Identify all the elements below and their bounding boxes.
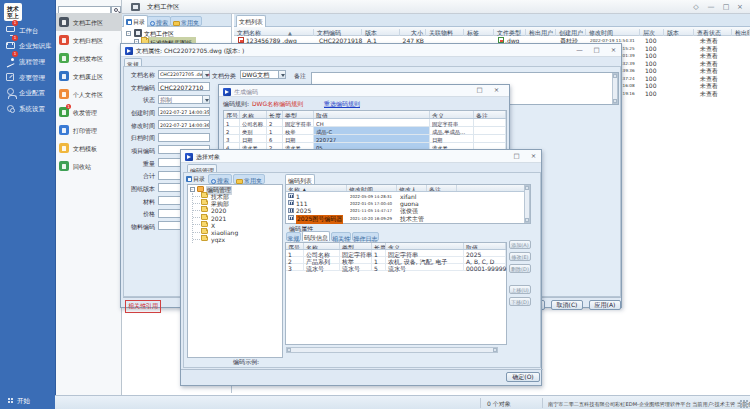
- reselect-rule-link[interactable]: 重选编码规则: [324, 100, 360, 109]
- code-list-row[interactable]: 2025图号编码器2021-10-20 16:09:29技术主管: [286, 214, 524, 221]
- field-4[interactable]: 2022-07-27 14:00:35: [158, 107, 210, 116]
- nav-item-1[interactable]: 文档工作区: [56, 13, 122, 31]
- nav-item-5[interactable]: 个人文件区: [56, 85, 122, 103]
- select-maximize-button[interactable]: □: [511, 152, 522, 161]
- doclist-column-header[interactable]: 版本: [362, 29, 400, 36]
- note-scrollbar[interactable]: [612, 73, 618, 104]
- code-list-row[interactable]: 12022-05-09 14:28:31xifanl: [286, 192, 524, 199]
- nav-item-icon: [59, 89, 69, 99]
- segment-row[interactable]: 3流水号流水号5流水号00001-99999: [286, 264, 506, 271]
- props-minimize-button[interactable]: —: [574, 46, 585, 55]
- tab-favorites[interactable]: 常用夹: [170, 16, 202, 26]
- minimize-button[interactable]: —: [705, 3, 717, 12]
- tree-branch-line: [193, 203, 200, 204]
- code-list-row[interactable]: 1112022-01-05 17:00:40guona: [286, 199, 524, 206]
- nav-item-7[interactable]: 打印管理: [56, 121, 122, 139]
- sidebar-item-2[interactable]: 企业知识库1: [0, 38, 56, 53]
- gencode-row[interactable]: 2类别1枚举成品-C成品,半成品...: [224, 127, 506, 135]
- pin-icon[interactable]: ◇: [690, 3, 702, 12]
- side-button-5[interactable]: 下移(D): [509, 297, 531, 306]
- doc-class-field[interactable]: DWG文档: [240, 70, 286, 79]
- gencode-maximize-button[interactable]: □: [474, 86, 485, 95]
- field-1[interactable]: CHC22072705 .dwg: [158, 70, 210, 79]
- field-5[interactable]: 2022-07-27 14:00:36: [158, 120, 210, 129]
- tree-root-expander[interactable]: -: [190, 187, 195, 192]
- segment-h-scrollbar[interactable]: [286, 347, 498, 353]
- doclist-column-header[interactable]: 版本: [664, 29, 694, 36]
- select-toolbar-favorites[interactable]: 常用夹: [233, 174, 265, 184]
- props-cancel-button[interactable]: 取消(C): [551, 300, 583, 310]
- start-button[interactable]: 开始: [0, 395, 56, 409]
- sidebar-item-5[interactable]: 企业配置: [0, 85, 56, 100]
- doclist-column-header[interactable]: 文档名称: [234, 29, 314, 36]
- select-close-button[interactable]: ×: [528, 152, 539, 161]
- code-tree-item[interactable]: yqzx: [188, 236, 282, 243]
- doclist-column-header[interactable]: 修改时间: [586, 29, 640, 36]
- tab-search[interactable]: 搜索: [147, 16, 171, 26]
- segment-row[interactable]: 1公司名称固定字符串1固定字符串2025: [286, 250, 506, 257]
- props-tab-4[interactable]: 操作日志: [352, 232, 379, 241]
- tab-document-list[interactable]: 文档列表: [236, 15, 266, 27]
- code-list-row[interactable]: 20252021-11-05 14:47:17张俊强: [286, 207, 524, 214]
- relation-reference-link[interactable]: 相关性引用: [125, 300, 161, 313]
- props-apply-button[interactable]: 应用(A): [589, 300, 621, 310]
- nav-item-4[interactable]: 文档废止区: [56, 67, 122, 85]
- code-list-scrollbar[interactable]: [524, 185, 530, 223]
- gencode-row[interactable]: 3日期6日期220727日期: [224, 135, 506, 143]
- side-button-4[interactable]: 上移(U): [509, 285, 531, 294]
- select-ok-button[interactable]: 确定(O): [506, 372, 540, 382]
- side-button-1[interactable]: 添加(A): [509, 240, 531, 249]
- side-button-3[interactable]: 删除(D): [509, 264, 531, 273]
- sidebar-item-1[interactable]: 工作台1: [0, 23, 56, 38]
- nav-item-2[interactable]: 文档归档区: [56, 31, 122, 49]
- doclist-column-header[interactable]: 查看状态: [694, 29, 732, 36]
- resize-grip[interactable]: [740, 400, 748, 408]
- doclist-column-header[interactable]: 标签: [464, 29, 494, 36]
- field-3[interactable]: 拟制: [158, 95, 210, 104]
- config-icon-glyph: [7, 88, 14, 95]
- props-tab-3[interactable]: 相关性: [331, 232, 351, 241]
- nav-item-3[interactable]: 文档发布区: [56, 49, 122, 67]
- scroll-up-icon[interactable]: [525, 186, 529, 190]
- notification-badge: 1: [12, 51, 18, 57]
- tab-directory[interactable]: 目录: [123, 15, 148, 27]
- sidebar-item-3[interactable]: 流程管理1: [0, 54, 56, 69]
- scroll-down-icon[interactable]: [613, 99, 617, 103]
- workbench-icon-glyph: [6, 26, 15, 32]
- doclist-column-header[interactable]: 创建用户: [556, 29, 586, 36]
- sidebar-item-4[interactable]: 变更管理: [0, 70, 56, 85]
- segment-row[interactable]: 2产品系列枚举1农机, 设备, 汽配, 电子A, B, C, D: [286, 257, 506, 264]
- nav-item-8[interactable]: 文档模板: [56, 139, 122, 157]
- props-maximize-button[interactable]: □: [591, 46, 602, 55]
- close-button[interactable]: ×: [734, 3, 746, 12]
- doclist-column-header[interactable]: 层次: [640, 29, 664, 36]
- maximize-button[interactable]: □: [720, 3, 732, 12]
- tree-expander[interactable]: -: [126, 31, 131, 36]
- gencode-close-button[interactable]: ×: [491, 86, 502, 95]
- select-toolbar-search[interactable]: 搜索: [208, 174, 232, 184]
- scroll-right-icon[interactable]: [493, 348, 497, 352]
- field-6[interactable]: [158, 133, 210, 142]
- doclist-column-header[interactable]: 文档编码: [314, 29, 362, 36]
- dropdown-icon[interactable]: [202, 96, 209, 103]
- doclist-column-header[interactable]: 检出时间: [732, 29, 750, 36]
- sidebar-item-6[interactable]: 系统设置: [0, 101, 56, 116]
- scroll-up-icon[interactable]: [613, 74, 617, 78]
- props-tab-2[interactable]: 码段信息: [302, 231, 330, 241]
- props-close-button[interactable]: ×: [608, 46, 619, 55]
- scroll-down-icon[interactable]: [525, 218, 529, 222]
- gencode-row[interactable]: 1公司名称2固定字符串CH固定字符串: [224, 119, 506, 127]
- doclist-column-header[interactable]: 文件类型: [494, 29, 526, 36]
- side-button-2[interactable]: 修改(E): [509, 252, 531, 261]
- scroll-left-icon[interactable]: [287, 348, 291, 352]
- tree-item-label: yqzx: [211, 236, 225, 243]
- props-tab-1[interactable]: 常规: [286, 232, 301, 241]
- nav-item-6[interactable]: 收发管理1: [56, 103, 122, 121]
- nav-item-9[interactable]: 回收站: [56, 157, 122, 175]
- doclist-column-header[interactable]: 检出用户: [526, 29, 556, 36]
- field-2[interactable]: CHC22072710: [158, 82, 210, 91]
- doc-class-dropdown-icon[interactable]: [278, 71, 285, 78]
- doclist-column-header[interactable]: 关联物料: [426, 29, 464, 36]
- select-toolbar-directory[interactable]: 目录: [186, 175, 205, 184]
- doclist-column-header[interactable]: 大小: [400, 29, 426, 36]
